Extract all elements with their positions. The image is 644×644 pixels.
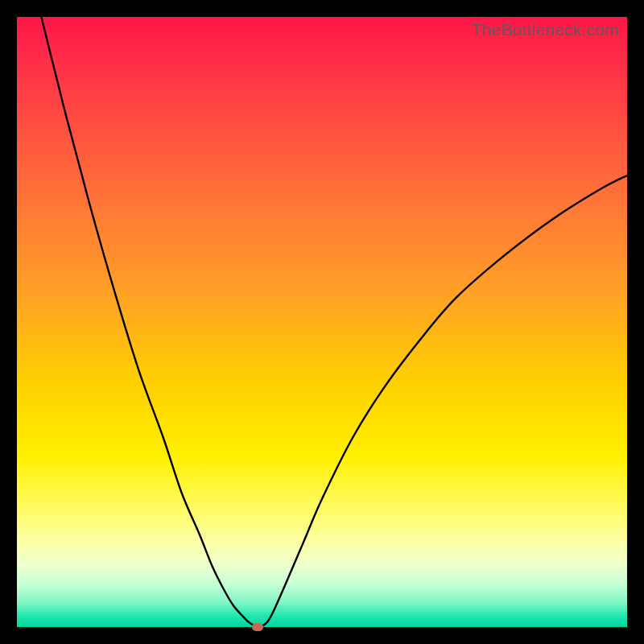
plot-area: TheBottleneck.com (17, 17, 627, 627)
bottleneck-curve (17, 17, 627, 627)
watermark-label: TheBottleneck.com (472, 20, 619, 39)
chart-frame: TheBottleneck.com (0, 0, 644, 644)
optimum-marker-icon (252, 623, 263, 631)
